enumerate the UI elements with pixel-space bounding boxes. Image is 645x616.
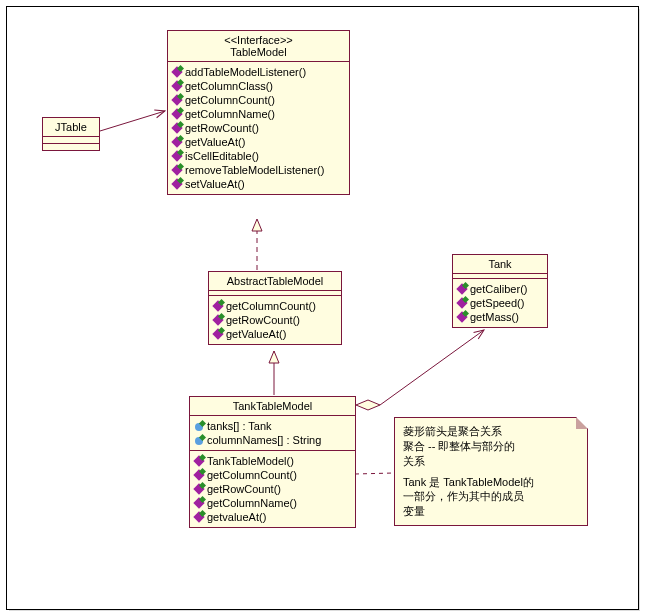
attribute: columnNames[] : String — [207, 434, 321, 446]
note-line: 一部分，作为其中的成员 — [403, 489, 579, 504]
operation: getColumnCount() — [226, 300, 316, 312]
operation: setValueAt() — [185, 178, 245, 190]
operation-icon — [457, 312, 467, 322]
operation-icon — [194, 512, 204, 522]
note-line: Tank 是 TankTableModel的 — [403, 475, 579, 490]
attribute-icon — [194, 435, 204, 445]
class-name: AbstractTableModel — [213, 275, 337, 287]
note-line: 聚合 -- 即整体与部分的 — [403, 439, 579, 454]
operation: removeTableModelListener() — [185, 164, 324, 176]
class-name: TableModel — [172, 46, 345, 58]
operations-section: getCaliber() getSpeed() getMass() — [453, 279, 547, 327]
operation-icon — [172, 179, 182, 189]
class-name: TankTableModel — [194, 400, 351, 412]
operation: addTableModelListener() — [185, 66, 306, 78]
operation-icon — [457, 284, 467, 294]
operations-section: getColumnCount() getRowCount() getValueA… — [209, 296, 341, 344]
operation-icon — [194, 456, 204, 466]
note-line: 菱形箭头是聚合关系 — [403, 424, 579, 439]
note-line: 关系 — [403, 454, 579, 469]
operation-icon — [194, 470, 204, 480]
operation: getValueAt() — [185, 136, 245, 148]
stereotype: <<Interface>> — [172, 34, 345, 46]
operation: getMass() — [470, 311, 519, 323]
operation: isCellEditable() — [185, 150, 259, 162]
operation-icon — [213, 329, 223, 339]
operation: getValueAt() — [226, 328, 286, 340]
interface-tablemodel: <<Interface>> TableModel addTableModelLi… — [167, 30, 350, 195]
attributes-section: tanks[] : Tank columnNames[] : String — [190, 416, 355, 451]
operation-icon — [213, 301, 223, 311]
operation: getRowCount() — [185, 122, 259, 134]
operation: getCaliber() — [470, 283, 527, 295]
operation: getRowCount() — [226, 314, 300, 326]
operation: TankTableModel() — [207, 455, 294, 467]
class-tanktablemodel: TankTableModel tanks[] : Tank columnName… — [189, 396, 356, 528]
operation-icon — [172, 165, 182, 175]
operations-section: TankTableModel() getColumnCount() getRow… — [190, 451, 355, 527]
operation-icon — [172, 151, 182, 161]
attribute: tanks[] : Tank — [207, 420, 272, 432]
uml-note: 菱形箭头是聚合关系 聚合 -- 即整体与部分的 关系 Tank 是 TankTa… — [394, 417, 588, 526]
operation-icon — [172, 95, 182, 105]
operation: getColumnName() — [185, 108, 275, 120]
operation-icon — [172, 67, 182, 77]
operation-icon — [172, 81, 182, 91]
operation: getSpeed() — [470, 297, 524, 309]
attribute-icon — [194, 421, 204, 431]
operation-icon — [213, 315, 223, 325]
class-abstracttablemodel: AbstractTableModel getColumnCount() getR… — [208, 271, 342, 345]
operation: getRowCount() — [207, 483, 281, 495]
class-jtable: JTable — [42, 117, 100, 151]
operation-icon — [172, 109, 182, 119]
operation: getColumnClass() — [185, 80, 273, 92]
operation-icon — [194, 484, 204, 494]
operation-icon — [172, 137, 182, 147]
operation: getColumnName() — [207, 497, 297, 509]
class-name: Tank — [457, 258, 543, 270]
operation-icon — [172, 123, 182, 133]
operations-section: addTableModelListener() getColumnClass()… — [168, 62, 349, 194]
operation: getvalueAt() — [207, 511, 266, 523]
operation: getColumnCount() — [185, 94, 275, 106]
operation-icon — [194, 498, 204, 508]
operation: getColumnCount() — [207, 469, 297, 481]
note-line: 变量 — [403, 504, 579, 519]
class-tank: Tank getCaliber() getSpeed() getMass() — [452, 254, 548, 328]
operation-icon — [457, 298, 467, 308]
class-name: JTable — [47, 121, 95, 133]
